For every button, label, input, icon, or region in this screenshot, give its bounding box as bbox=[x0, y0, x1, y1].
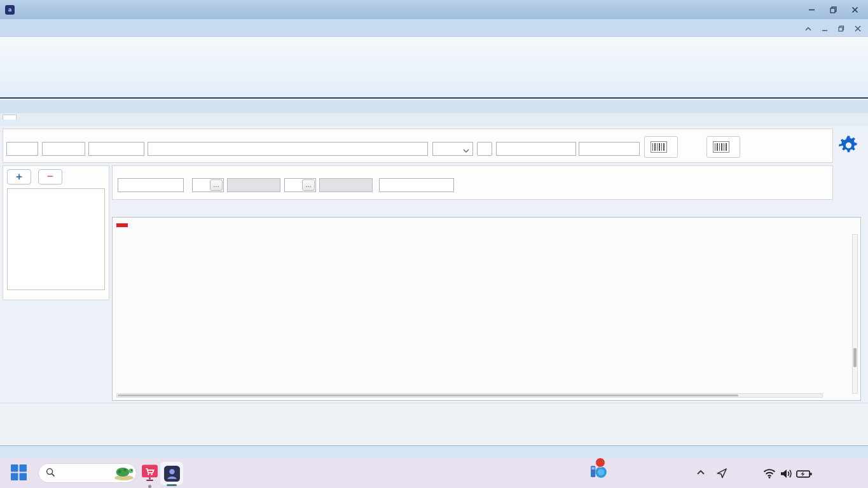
horizontal-scrollbar[interactable] bbox=[116, 393, 823, 398]
attributes-box: … … bbox=[112, 165, 833, 200]
collapse-ribbon-icon[interactable] bbox=[802, 24, 815, 34]
controle-field[interactable] bbox=[118, 178, 184, 192]
app-active-indicator bbox=[167, 484, 177, 486]
page-title bbox=[0, 100, 868, 113]
minimize-button[interactable] bbox=[801, 3, 822, 17]
search-icon bbox=[46, 468, 55, 478]
legend-badge bbox=[116, 223, 128, 227]
app-running-indicator bbox=[148, 485, 151, 488]
product-photo-box bbox=[7, 188, 105, 290]
restore-button[interactable] bbox=[822, 3, 844, 17]
ean-field[interactable] bbox=[579, 142, 640, 156]
foto-do-produto-group: + − bbox=[3, 165, 109, 300]
remove-photo-button[interactable]: − bbox=[38, 169, 62, 185]
notification-badge bbox=[595, 457, 605, 468]
close-button[interactable] bbox=[844, 3, 865, 17]
mdi-close-icon[interactable] bbox=[851, 24, 864, 34]
titlebar: a bbox=[0, 0, 868, 19]
gerar-ean-button[interactable] bbox=[644, 136, 678, 158]
horizontal-scrollbar-thumb[interactable] bbox=[118, 394, 738, 396]
taskbar bbox=[0, 458, 868, 488]
volume-icon[interactable] bbox=[780, 468, 793, 479]
grupo-display-field bbox=[227, 178, 280, 192]
wifi-icon[interactable] bbox=[763, 468, 776, 478]
weather-icon bbox=[590, 462, 607, 479]
vertical-scrollbar[interactable] bbox=[852, 234, 858, 394]
ribbon-tab-bar bbox=[0, 19, 868, 37]
location-icon[interactable] bbox=[716, 467, 728, 479]
tray-chevron-up-icon[interactable] bbox=[696, 468, 706, 478]
main-tab-row bbox=[0, 113, 868, 126]
subgrupo-display-field bbox=[319, 178, 373, 192]
vertical-scrollbar-thumb[interactable] bbox=[853, 348, 857, 367]
taskbar-app-active[interactable] bbox=[160, 462, 183, 485]
grupo-lookup-button[interactable]: … bbox=[210, 179, 223, 191]
weather-widget[interactable] bbox=[590, 462, 612, 479]
action-bar bbox=[0, 403, 868, 445]
start-button[interactable] bbox=[10, 464, 27, 481]
application-window: a bbox=[0, 0, 868, 488]
codigo-proprio-field[interactable] bbox=[88, 142, 144, 156]
legend-row bbox=[113, 218, 860, 233]
id-field[interactable] bbox=[6, 142, 38, 156]
app-icon: a bbox=[5, 5, 15, 15]
product-header-box bbox=[3, 129, 833, 163]
unidade-combobox[interactable] bbox=[432, 142, 473, 156]
statusbar bbox=[0, 445, 868, 458]
battery-icon[interactable] bbox=[796, 469, 812, 479]
taskbar-search[interactable] bbox=[38, 463, 137, 483]
consultar-gtin-button[interactable] bbox=[706, 136, 740, 158]
form-content: + − … … bbox=[0, 126, 868, 403]
mdi-restore-icon[interactable] bbox=[835, 24, 848, 34]
ribbon bbox=[0, 37, 868, 99]
add-photo-button[interactable]: + bbox=[7, 169, 31, 185]
data-field[interactable] bbox=[42, 142, 85, 156]
descricao-field[interactable] bbox=[148, 142, 428, 156]
barcode-icon bbox=[713, 141, 729, 153]
left-options-panel: + − bbox=[3, 165, 109, 398]
ean-trib-field[interactable] bbox=[496, 142, 576, 156]
taskbar-app-pos-icon[interactable] bbox=[141, 463, 159, 482]
marca-field[interactable] bbox=[379, 178, 454, 192]
barcode-icon bbox=[651, 141, 667, 153]
subgrupo-lookup-button[interactable]: … bbox=[302, 179, 315, 191]
lista-de-produtos-panel bbox=[112, 217, 861, 401]
search-highlight-turtle-icon[interactable] bbox=[113, 464, 136, 482]
help-button[interactable] bbox=[477, 142, 492, 156]
settings-gear-icon[interactable] bbox=[838, 135, 859, 157]
mdi-minimize-icon[interactable] bbox=[818, 24, 831, 34]
tab-cadastro-principal[interactable] bbox=[3, 115, 17, 120]
